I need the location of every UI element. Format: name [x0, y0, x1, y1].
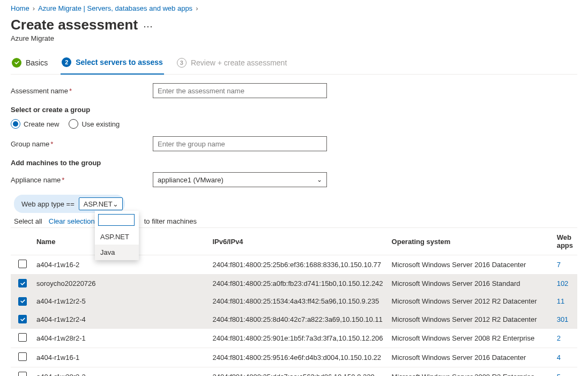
dropdown-option[interactable]: ASP.NET	[95, 229, 139, 245]
cell-name: soroycho20220726	[32, 275, 209, 293]
webapp-type-filter: Web app type == ASP.NET ⌄ ASP.NETJava	[14, 195, 125, 213]
row-checkbox[interactable]	[18, 279, 27, 287]
col-ip[interactable]: IPv6/IPv4	[209, 228, 388, 255]
row-checkbox[interactable]	[18, 315, 27, 323]
step-label: Select servers to assess	[76, 58, 163, 67]
radio-create-new[interactable]: Create new	[11, 119, 59, 129]
assessment-name-input[interactable]	[153, 83, 327, 98]
webapps-link[interactable]: 4	[557, 353, 561, 362]
col-os[interactable]: Operating system	[388, 228, 553, 255]
row-checkbox[interactable]	[18, 333, 27, 342]
chevron-right-icon: ›	[196, 4, 198, 12]
step-select-servers[interactable]: 2 Select servers to assess	[61, 52, 164, 75]
webapp-type-dropdown: ASP.NETJava	[95, 211, 139, 260]
appliance-value: appliance1 (VMware)	[158, 176, 224, 184]
chevron-down-icon: ⌄	[317, 176, 322, 183]
step-label: Review + create assessment	[191, 58, 287, 67]
cell-name: a404-r1w28r2-1	[32, 328, 209, 348]
table-row[interactable]: a404-r1w12r2-52404:f801:4800:25:1534:4a4…	[11, 292, 577, 311]
check-icon	[12, 58, 21, 68]
table-row[interactable]: a404-r1w28r2-22404:f801:4800:25:ddc7:ae:…	[11, 367, 577, 376]
step-number: 2	[62, 57, 71, 67]
step-number: 3	[177, 58, 187, 68]
group-name-label: Group name*	[11, 140, 153, 148]
cell-ip: 2404:f801:4800:25:a0fb:fb23:d741:15b0,10…	[209, 275, 388, 293]
chevron-down-icon: ⌄	[113, 200, 118, 208]
webapps-link[interactable]: 5	[557, 373, 561, 377]
filter-label: Web app type ==	[21, 200, 75, 208]
step-review-create[interactable]: 3 Review + create assessment	[176, 53, 288, 74]
more-actions-icon[interactable]: ⋯	[143, 20, 153, 32]
webapps-link[interactable]: 7	[557, 261, 561, 269]
webapp-type-value: ASP.NET	[84, 200, 113, 208]
webapps-link[interactable]: 11	[557, 297, 564, 305]
cell-os: Microsoft Windows Server 2016 Datacenter	[388, 348, 553, 367]
cell-ip: 2404:f801:4800:25:8d40:42c7:a822:3a69,10…	[209, 311, 388, 329]
add-machines-label: Add machines to the group	[11, 159, 577, 167]
row-checkbox[interactable]	[18, 260, 27, 268]
row-checkbox[interactable]	[18, 372, 27, 377]
breadcrumb: Home › Azure Migrate | Servers, database…	[11, 4, 577, 12]
radio-label: Create new	[24, 120, 59, 128]
filter-hint: to filter machines	[144, 217, 197, 225]
dropdown-option[interactable]: Java	[95, 245, 139, 260]
assessment-name-label: Assessment name*	[11, 87, 153, 95]
table-row[interactable]: a404-r1w12r2-42404:f801:4800:25:8d40:42c…	[11, 311, 577, 329]
group-name-input[interactable]	[153, 136, 327, 151]
cell-ip: 2404:f801:4800:25:ddc7:ae:c563:bd86,10.1…	[209, 367, 388, 376]
step-basics[interactable]: Basics	[11, 53, 49, 74]
select-or-create-label: Select or create a group	[11, 106, 577, 114]
cell-os: Microsoft Windows Server 2008 R2 Enterpr…	[388, 328, 553, 348]
chevron-right-icon: ›	[33, 4, 35, 12]
breadcrumb-path[interactable]: Azure Migrate | Servers, databases and w…	[38, 4, 192, 12]
webapps-link[interactable]: 301	[557, 315, 569, 323]
appliance-name-label: Appliance name*	[11, 176, 153, 184]
webapps-link[interactable]: 2	[557, 334, 561, 342]
table-row[interactable]: soroycho202207262404:f801:4800:25:a0fb:f…	[11, 275, 577, 293]
breadcrumb-home[interactable]: Home	[11, 4, 29, 12]
cell-ip: 2404:f801:4800:25:1534:4a43:ff42:5a96,10…	[209, 292, 388, 311]
select-all-link[interactable]: Select all	[14, 217, 42, 225]
webapps-link[interactable]: 102	[557, 279, 569, 287]
cell-name: a404-r1w12r2-4	[32, 311, 209, 329]
cell-os: Microsoft Windows Server 2016 Standard	[388, 275, 553, 293]
page-title: Create assessment	[11, 17, 138, 33]
cell-ip: 2404:f801:4800:25:25b6:ef36:1688:8336,10…	[209, 255, 388, 275]
cell-os: Microsoft Windows Server 2008 R2 Enterpr…	[388, 367, 553, 376]
col-webapps[interactable]: Web apps	[553, 228, 577, 255]
cell-name: a404-r1w12r2-5	[32, 292, 209, 311]
cell-ip: 2404:f801:4800:25:901e:1b5f:7a3d:3f7a,10…	[209, 328, 388, 348]
cell-name: a404-r1w16-1	[32, 348, 209, 367]
radio-icon	[11, 119, 20, 129]
group-mode-radio: Create new Use existing	[11, 119, 120, 129]
radio-label: Use existing	[81, 120, 120, 128]
dropdown-search-input[interactable]	[98, 214, 135, 226]
page-subtitle: Azure Migrate	[11, 34, 577, 42]
table-row[interactable]: a404-r1w28r2-12404:f801:4800:25:901e:1b5…	[11, 328, 577, 348]
row-checkbox[interactable]	[18, 297, 27, 306]
webapp-type-select[interactable]: ASP.NET ⌄	[79, 197, 123, 210]
cell-os: Microsoft Windows Server 2012 R2 Datacen…	[388, 311, 553, 329]
cell-name: a404-r1w28r2-2	[32, 367, 209, 376]
wizard-steps: Basics 2 Select servers to assess 3 Revi…	[11, 52, 577, 75]
appliance-select[interactable]: appliance1 (VMware) ⌄	[153, 172, 327, 187]
table-row[interactable]: a404-r1w16-12404:f801:4800:25:9516:4e6f:…	[11, 348, 577, 367]
cell-os: Microsoft Windows Server 2012 R2 Datacen…	[388, 292, 553, 311]
clear-selection-link[interactable]: Clear selection	[49, 217, 95, 225]
radio-use-existing[interactable]: Use existing	[69, 119, 120, 129]
row-checkbox[interactable]	[18, 352, 27, 361]
step-label: Basics	[26, 58, 48, 67]
radio-icon	[69, 119, 78, 129]
cell-os: Microsoft Windows Server 2016 Datacenter	[388, 255, 553, 275]
cell-ip: 2404:f801:4800:25:9516:4e6f:d4b3:d004,10…	[209, 348, 388, 367]
